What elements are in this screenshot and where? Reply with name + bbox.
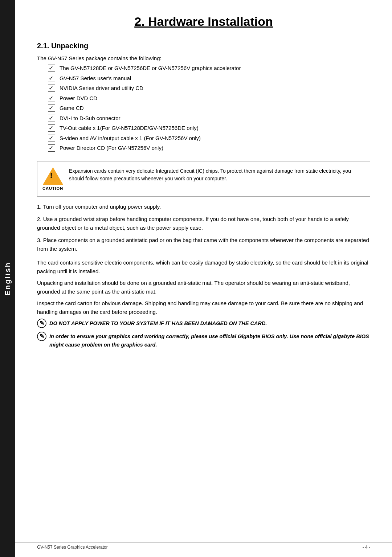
checkbox-icon (48, 144, 55, 152)
checklist-item-text: Game CD (60, 104, 84, 112)
checklist-item: S-video and AV in/output cable x 1 (For … (48, 134, 370, 143)
footer: GV-N57 Series Graphics Accelerator - 4 - (15, 542, 392, 550)
checklist-item: GV-N57 Series user's manual (48, 74, 370, 83)
checklist-item-text: GV-N57 Series user's manual (60, 74, 131, 83)
checklist-item-text: DVI-I to D-Sub connector (60, 114, 121, 123)
numbered-step: 3. Place components on a grounded antist… (37, 236, 370, 253)
regular-paragraph: Inspect the card carton for obvious dama… (37, 299, 370, 316)
numbered-step: 2. Use a grounded wrist strap before han… (37, 215, 370, 232)
footer-left: GV-N57 Series Graphics Accelerator (37, 545, 108, 550)
warning-item-text: DO NOT APPLY POWER TO YOUR SYSTEM IF IT … (49, 319, 370, 328)
checkbox-icon (48, 65, 55, 72)
checklist-item: Power Director CD (For GV-N57256V only) (48, 144, 370, 152)
checkbox-icon (48, 135, 55, 142)
caution-text: Expansion cards contain very delicate In… (69, 167, 363, 183)
checklist-item: NVIDIA Series driver and utility CD (48, 84, 370, 93)
checkbox-icon (48, 95, 55, 102)
warning-item-text: In order to ensure your graphics card wo… (49, 332, 370, 349)
regular-paragraph: Unpacking and installation should be don… (37, 279, 370, 296)
checklist-item: TV-Out cable x 1(For GV-N57128DE/GV-N572… (48, 124, 370, 132)
page-title: 2. Hardware Installation (37, 15, 370, 29)
sidebar-label: English (4, 262, 12, 295)
warning-icon: ✎ (37, 319, 47, 329)
checkbox-icon (48, 124, 55, 132)
warning-item: ✎ In order to ensure your graphics card … (37, 332, 370, 349)
checklist-item: Game CD (48, 104, 370, 112)
warning-items: ✎ DO NOT APPLY POWER TO YOUR SYSTEM IF I… (37, 319, 370, 349)
caution-label: CAUTION (42, 186, 63, 191)
checkbox-icon (48, 85, 55, 92)
checklist-item-text: S-video and AV in/output cable x 1 (For … (60, 134, 201, 143)
section-title: 2.1. Unpacking (37, 42, 370, 50)
checklist: The GV-N57128DE or GV-N57256DE or GV-N57… (48, 64, 370, 152)
numbered-step: 1. Turn off your computer and unplug pow… (37, 202, 370, 211)
caution-triangle-icon (43, 167, 63, 185)
checklist-item-text: Power Director CD (For GV-N57256V only) (60, 144, 163, 152)
checklist-item-text: Power DVD CD (60, 94, 97, 103)
main-content: 2. Hardware Installation 2.1. Unpacking … (15, 0, 392, 557)
checkbox-icon (48, 105, 55, 112)
caution-icon-wrap: CAUTION (42, 167, 63, 191)
svg-text:✎: ✎ (40, 333, 44, 339)
svg-text:✎: ✎ (40, 320, 44, 326)
paragraphs-section: The card contains sensitive electric com… (37, 258, 370, 316)
checkbox-icon (48, 75, 55, 82)
sidebar: English (0, 0, 15, 557)
regular-paragraph: The card contains sensitive electric com… (37, 258, 370, 276)
numbered-list: 1. Turn off your computer and unplug pow… (37, 202, 370, 253)
checklist-item-text: NVIDIA Series driver and utility CD (60, 84, 143, 93)
checklist-item: The GV-N57128DE or GV-N57256DE or GV-N57… (48, 64, 370, 73)
warning-item: ✎ DO NOT APPLY POWER TO YOUR SYSTEM IF I… (37, 319, 370, 329)
checklist-item: DVI-I to D-Sub connector (48, 114, 370, 123)
checklist-item-text: TV-Out cable x 1(For GV-N57128DE/GV-N572… (60, 124, 199, 132)
checklist-item: Power DVD CD (48, 94, 370, 103)
caution-box: CAUTION Expansion cards contain very del… (37, 161, 370, 197)
checklist-item-text: The GV-N57128DE or GV-N57256DE or GV-N57… (60, 64, 241, 73)
footer-right: - 4 - (363, 545, 370, 550)
warning-icon: ✎ (37, 332, 47, 342)
checkbox-icon (48, 115, 55, 122)
intro-paragraph: The GV-N57 Series package contains the f… (37, 55, 370, 61)
